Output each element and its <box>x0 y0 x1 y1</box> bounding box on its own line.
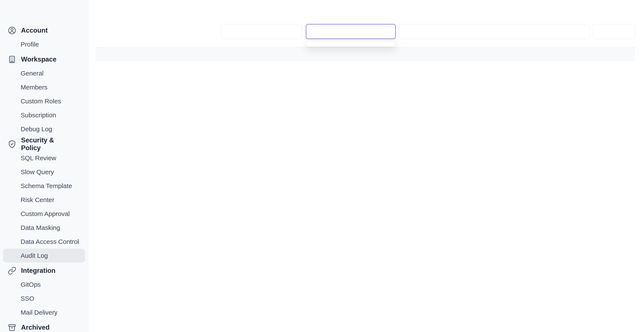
sidebar-nav: Account Profile Workspace Gen <box>0 20 88 332</box>
sidebar-item[interactable]: Data Masking <box>3 221 85 235</box>
sidebar-item-label: Data Access Control <box>20 238 79 245</box>
sidebar-item[interactable]: Schema Template <box>3 179 85 193</box>
sidebar-item-label: Account <box>21 27 48 34</box>
chevron-down-icon <box>72 56 80 63</box>
sidebar-item[interactable]: Archived <box>3 321 85 332</box>
type-filter-menu <box>306 41 396 46</box>
sidebar-item-label: Security & Policy <box>21 136 72 152</box>
sidebar-item[interactable]: Risk Center <box>3 193 85 207</box>
sidebar-item[interactable]: SSO <box>3 292 85 305</box>
sidebar-item-label: SSO <box>20 295 34 302</box>
sidebar-item[interactable]: Subscription <box>3 108 85 122</box>
table-header <box>96 47 635 61</box>
app-window: Account Profile Workspace Gen <box>0 0 644 332</box>
sidebar: Account Profile Workspace Gen <box>0 0 88 332</box>
sidebar-item[interactable]: Workspace <box>3 52 85 66</box>
actor-filter-dropdown[interactable] <box>221 24 302 39</box>
calendar-icon <box>576 27 584 36</box>
sidebar-item-label: General <box>20 70 44 77</box>
sidebar-item-label: Subscription <box>20 112 56 119</box>
sidebar-item[interactable]: General <box>3 66 85 80</box>
export-button[interactable] <box>593 24 635 39</box>
chevron-down-icon <box>384 28 391 35</box>
download-icon <box>609 28 616 35</box>
sidebar-item-label: Profile <box>20 41 39 48</box>
audit-log-table <box>96 47 635 61</box>
shield-check-icon <box>8 140 16 149</box>
sidebar-item[interactable]: Data Access Control <box>3 235 85 249</box>
brand-logo[interactable] <box>0 0 88 20</box>
type-filter-dropdown[interactable] <box>306 24 396 39</box>
date-range-picker[interactable] <box>398 24 590 39</box>
sidebar-item[interactable]: Debug Log <box>3 122 85 136</box>
link-icon <box>8 266 16 275</box>
sidebar-item-label: Debug Log <box>20 126 52 133</box>
sidebar-item[interactable]: Members <box>3 80 85 94</box>
sidebar-item-label: Mail Delivery <box>20 309 58 316</box>
sidebar-item-label: Integration <box>21 267 56 275</box>
sidebar-item-label: Data Masking <box>20 224 60 231</box>
sidebar-item[interactable]: SQL Review <box>3 151 85 165</box>
sidebar-item-label: Custom Approval <box>20 210 70 217</box>
sidebar-item[interactable]: Custom Roles <box>3 94 85 108</box>
bytebase-logo-icon <box>5 4 19 19</box>
sidebar-item[interactable]: Security & Policy <box>3 137 85 151</box>
sidebar-item-label: Workspace <box>21 56 56 63</box>
sidebar-item-label: SQL Review <box>20 155 56 162</box>
sidebar-item-label: Archived <box>21 324 50 331</box>
sidebar-item[interactable]: GitOps <box>3 278 85 292</box>
sidebar-item-label: Slow Query <box>20 168 54 176</box>
archive-icon <box>8 323 16 332</box>
user-circle-icon <box>226 27 235 36</box>
arrow-right-icon <box>417 28 424 35</box>
sidebar-item[interactable]: Slow Query <box>3 165 85 179</box>
sidebar-item[interactable]: Custom Approval <box>3 207 85 221</box>
sidebar-item[interactable]: Account <box>3 23 85 37</box>
sidebar-item-label: Schema Template <box>20 182 72 190</box>
building-icon <box>8 55 16 64</box>
sidebar-item-label: Members <box>20 84 48 91</box>
sidebar-item[interactable]: Mail Delivery <box>3 305 85 319</box>
sidebar-item[interactable]: Audit Log <box>3 249 85 263</box>
chevron-down-icon <box>72 141 80 148</box>
sidebar-item-label: Risk Center <box>20 196 54 203</box>
chevron-down-icon <box>291 28 298 35</box>
sidebar-item[interactable]: Profile <box>3 37 85 51</box>
sidebar-item-label: GitOps <box>20 281 40 288</box>
user-circle-icon <box>8 26 16 35</box>
sidebar-item[interactable]: Integration <box>3 264 85 278</box>
chevron-down-icon <box>72 27 80 34</box>
sidebar-item-label: Audit Log <box>20 252 48 259</box>
chevron-down-icon <box>72 267 80 274</box>
main-content <box>88 0 644 332</box>
sidebar-item-label: Custom Roles <box>20 98 61 105</box>
